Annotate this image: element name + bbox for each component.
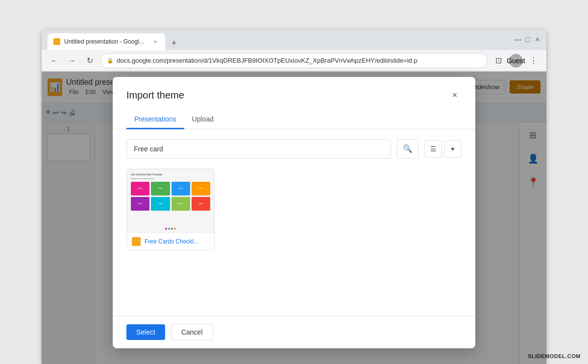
browser-frame: Untitled presentation - Google S × + — □… bbox=[42, 29, 546, 364]
window-controls: — □ × bbox=[515, 37, 540, 43]
profile-button[interactable]: Guest bbox=[509, 54, 523, 68]
dialog-title: Import theme bbox=[126, 90, 184, 101]
refresh-button[interactable]: ↻ bbox=[83, 54, 97, 68]
slides-app: 📊 Untitled presentation File Edit View S… bbox=[42, 72, 546, 364]
template-card[interactable]: nds Checklist Slide Template n placehold… bbox=[126, 168, 215, 250]
search-input[interactable] bbox=[126, 139, 391, 158]
list-view-button[interactable]: ☰ bbox=[424, 140, 442, 157]
mini-slide-preview: nds Checklist Slide Template n placehold… bbox=[127, 169, 214, 232]
new-tab-button[interactable]: + bbox=[167, 36, 181, 50]
maximize-button[interactable]: □ bbox=[525, 37, 531, 43]
tab-upload[interactable]: Upload bbox=[184, 110, 221, 129]
cancel-button[interactable]: Cancel bbox=[171, 323, 213, 340]
extensions-button[interactable]: ⊡ bbox=[491, 54, 505, 68]
card-icon bbox=[132, 237, 141, 245]
browser-toolbar: ← → ↻ 🔒 docs.google.com/presentation/d/1… bbox=[42, 50, 546, 72]
url-text: docs.google.com/presentation/d/1VkqDREBJ… bbox=[117, 57, 417, 64]
dialog-footer: Select Cancel bbox=[113, 315, 475, 348]
grid-view-button[interactable]: ✦ bbox=[444, 140, 462, 157]
forward-button[interactable]: → bbox=[65, 54, 79, 68]
tab-area: Untitled presentation - Google S × + bbox=[48, 29, 511, 50]
search-row: 🔍 ☰ ✦ bbox=[126, 139, 462, 158]
tab-presentations[interactable]: Presentations bbox=[126, 110, 184, 129]
card-footer: Free Cards Checkl... bbox=[127, 232, 214, 249]
card-name: Free Cards Checkl... bbox=[145, 238, 198, 244]
select-button[interactable]: Select bbox=[126, 324, 165, 340]
address-bar[interactable]: 🔒 docs.google.com/presentation/d/1VkqDRE… bbox=[100, 53, 488, 68]
dialog-header: Import theme × bbox=[113, 76, 475, 102]
tab-close-button[interactable]: × bbox=[151, 38, 159, 46]
search-button[interactable]: 🔍 bbox=[397, 139, 418, 158]
browser-titlebar: Untitled presentation - Google S × + — □… bbox=[42, 29, 546, 50]
dialog-body: 🔍 ☰ ✦ nds Checklist Slide Template n pla… bbox=[113, 129, 475, 315]
close-button[interactable]: × bbox=[535, 37, 540, 43]
tab-title: Untitled presentation - Google S bbox=[64, 38, 147, 45]
tab-favicon bbox=[53, 38, 60, 45]
lock-icon: 🔒 bbox=[107, 57, 114, 64]
back-button[interactable]: ← bbox=[48, 54, 61, 68]
dialog-tabs: Presentations Upload bbox=[113, 110, 475, 129]
active-tab[interactable]: Untitled presentation - Google S × bbox=[48, 33, 165, 50]
view-toggle: ☰ ✦ bbox=[424, 140, 462, 157]
dialog-close-button[interactable]: × bbox=[448, 88, 462, 102]
browser-toolbar-actions: ⊡ Guest ⋮ bbox=[491, 54, 540, 68]
minimize-button[interactable]: — bbox=[515, 37, 521, 43]
import-theme-dialog: Import theme × Presentations Upload 🔍 ☰ … bbox=[113, 76, 475, 348]
results-grid: nds Checklist Slide Template n placehold… bbox=[126, 168, 462, 250]
profile-label: Guest bbox=[507, 57, 525, 65]
browser-menu-button[interactable]: ⋮ bbox=[527, 54, 540, 68]
card-preview: nds Checklist Slide Template n placehold… bbox=[127, 169, 214, 232]
